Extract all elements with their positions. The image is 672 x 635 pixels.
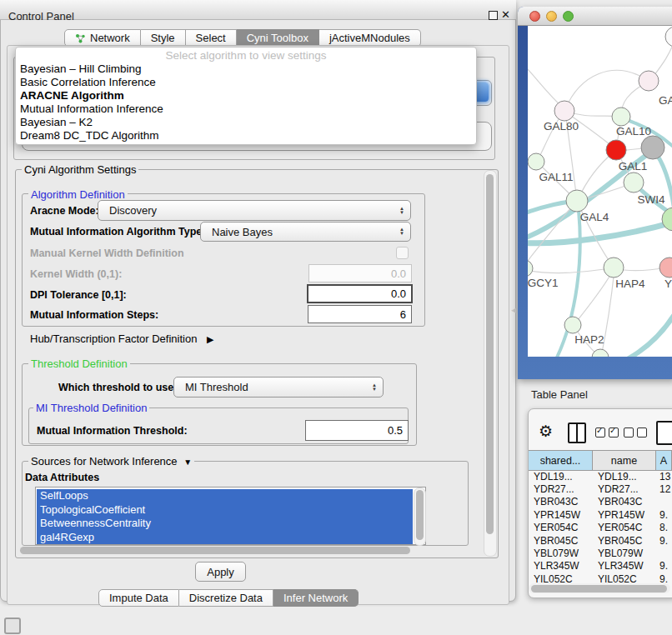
table-row[interactable]: YDR27...YDR27...12 xyxy=(529,482,672,495)
stepper-icon: ▲▼ xyxy=(372,383,377,392)
network-node-GAL1[interactable] xyxy=(606,140,626,160)
settings-vscrollbar-thumb[interactable] xyxy=(486,174,494,534)
table-row[interactable]: YBR043CYBR043C xyxy=(529,496,672,508)
apply-button[interactable]: Apply xyxy=(195,562,246,582)
table-cell: 9. xyxy=(656,509,672,521)
sources-title-row[interactable]: Sources for Network Inference ▼ xyxy=(28,455,194,468)
network-node-GAL80[interactable] xyxy=(554,101,574,121)
sources-title: Sources for Network Inference xyxy=(31,455,178,468)
network-node-GAL[interactable] xyxy=(639,71,659,91)
table-cell: 12 xyxy=(656,483,672,495)
dpi-tolerance-field[interactable]: 0.0 xyxy=(307,284,413,303)
table-header-row: shared...nameA xyxy=(529,450,672,471)
table-horizontal-scrollbar[interactable] xyxy=(529,583,670,593)
close-icon[interactable]: ✕ xyxy=(501,8,510,21)
table-cell: 9. xyxy=(656,535,672,547)
close-traffic-light[interactable] xyxy=(529,11,540,22)
which-threshold-combo[interactable]: MI Threshold ▲▼ xyxy=(173,377,384,398)
table-row[interactable]: YPR145WYPR145W9. xyxy=(529,508,672,521)
network-node-GCY1[interactable] xyxy=(528,260,533,277)
tab-label: jActiveMNodules xyxy=(329,32,410,44)
network-node-HAP4[interactable] xyxy=(604,258,624,278)
attribute-item[interactable]: TopologicalCoefficient xyxy=(37,503,413,518)
network-node[interactable] xyxy=(665,27,672,47)
columns-icon[interactable] xyxy=(568,422,586,443)
table-row[interactable]: YBL079WYBL079W xyxy=(529,547,672,559)
minimize-traffic-light[interactable] xyxy=(546,11,557,22)
settings-vertical-scrollbar[interactable] xyxy=(484,170,497,557)
mi-type-combo[interactable]: Naive Bayes ▲▼ xyxy=(200,222,411,242)
network-node[interactable] xyxy=(641,136,664,159)
algorithm-option[interactable]: Basic Correlation Inference xyxy=(16,76,476,89)
table-row[interactable]: YBR045CYBR045C9. xyxy=(529,534,672,547)
aracne-mode-combo[interactable]: Discovery ▲▼ xyxy=(98,200,411,221)
gear-icon[interactable]: ⚙ xyxy=(539,422,553,441)
tab-discretize-data[interactable]: Discretize Data xyxy=(179,589,273,607)
column-header-A[interactable]: A xyxy=(656,451,672,470)
data-attributes-label: Data Attributes xyxy=(25,472,99,483)
attributes-scrollbar-thumb[interactable] xyxy=(416,490,424,540)
table-cell: 8. xyxy=(656,522,672,533)
table-row[interactable]: YDL19...YDL19...13 xyxy=(529,470,672,482)
network-node-SWI4[interactable] xyxy=(624,172,644,192)
tab-jactivemnodules[interactable]: jActiveMNodules xyxy=(319,29,421,47)
settings-horizontal-scrollbar[interactable] xyxy=(20,547,410,554)
network-canvas[interactable]: GALGAL80GAL10GAL1SWI4GAL11GAL4GCY1HAP4YH… xyxy=(528,26,672,357)
network-node-HAP2[interactable] xyxy=(564,317,581,333)
network-window-titlebar[interactable] xyxy=(518,7,672,26)
tab-style[interactable]: Style xyxy=(141,29,186,47)
hub-definition-expander[interactable]: Hub/Transcription Factor Definition ▶ xyxy=(30,332,213,345)
tab-network[interactable]: Network xyxy=(64,29,141,47)
hide-columns-icon[interactable] xyxy=(624,428,650,438)
tab-label: Select xyxy=(196,32,226,44)
table-hscrollbar-thumb[interactable] xyxy=(531,585,667,592)
network-node-label: GCY1 xyxy=(528,277,558,289)
network-node-GAL10[interactable] xyxy=(612,108,630,126)
apply-button-label: Apply xyxy=(207,566,234,578)
manual-kernel-checkbox[interactable] xyxy=(396,247,409,259)
table-row[interactable]: YIL052CYIL052C9. xyxy=(529,572,672,583)
network-node-GAL11[interactable] xyxy=(528,153,544,170)
algorithm-option[interactable]: Bayesian – Hill Climbing xyxy=(16,62,476,76)
attribute-item[interactable]: BetweennessCentrality xyxy=(37,517,413,531)
network-node-GAL4[interactable] xyxy=(566,190,588,212)
attribute-item[interactable]: SelfLoops xyxy=(37,489,413,503)
tab-impute-data[interactable]: Impute Data xyxy=(98,589,179,607)
cyni-settings-title: Cyni Algorithm Settings xyxy=(22,163,138,176)
algorithm-option[interactable]: Dream8 DC_TDC Algorithm xyxy=(16,129,476,142)
algorithm-option[interactable]: ARACNE Algorithm xyxy=(16,89,476,102)
algorithm-option[interactable]: Mutual Information Inference xyxy=(16,102,476,116)
column-header-name[interactable]: name xyxy=(593,451,656,470)
tab-cyni-toolbox[interactable]: Cyni Toolbox xyxy=(237,29,319,47)
network-edge xyxy=(528,268,612,273)
tab-select[interactable]: Select xyxy=(186,29,237,47)
threshold-definition-title: Threshold Definition xyxy=(28,358,130,370)
collapsed-panel-icon[interactable] xyxy=(4,618,21,634)
zoom-traffic-light[interactable] xyxy=(563,11,574,22)
stepper-icon: ▲▼ xyxy=(399,228,404,236)
attribute-item[interactable]: gal4RGexp xyxy=(37,531,413,545)
algorithm-option[interactable]: Bayesian – K2 xyxy=(16,116,476,129)
attributes-list-scrollbar[interactable] xyxy=(414,488,426,546)
control-panel-title: Control Panel xyxy=(8,10,74,22)
float-window-icon[interactable] xyxy=(489,11,498,20)
column-header-shared[interactable]: shared... xyxy=(529,451,593,470)
network-node[interactable] xyxy=(592,349,609,357)
split-collapse-icon[interactable]: ◀ xyxy=(511,306,517,314)
show-selected-columns-icon[interactable] xyxy=(595,428,622,438)
export-table-icon[interactable] xyxy=(656,421,672,445)
mi-steps-field[interactable]: 6 xyxy=(308,305,412,323)
network-node-label: GAL4 xyxy=(580,211,609,223)
network-node-Y[interactable] xyxy=(659,258,672,278)
control-panel-titlebar[interactable] xyxy=(0,0,516,20)
mi-threshold-field[interactable]: 0.5 xyxy=(305,420,409,441)
table-row[interactable]: YER054CYER054C8. xyxy=(529,522,672,534)
kernel-width-field[interactable]: 0.0 xyxy=(308,264,412,282)
table-row[interactable]: YLR345WYLR345W9. xyxy=(529,560,672,572)
table-cell: 9. xyxy=(656,573,672,583)
data-attributes-list[interactable]: SelfLoopsTopologicalCoefficientBetweenne… xyxy=(35,487,426,545)
expand-right-icon: ▶ xyxy=(207,334,213,344)
tab-infer-network[interactable]: Infer Network xyxy=(273,589,359,607)
table-cell: YLR345W xyxy=(593,560,656,572)
collapse-down-icon: ▼ xyxy=(183,458,192,467)
